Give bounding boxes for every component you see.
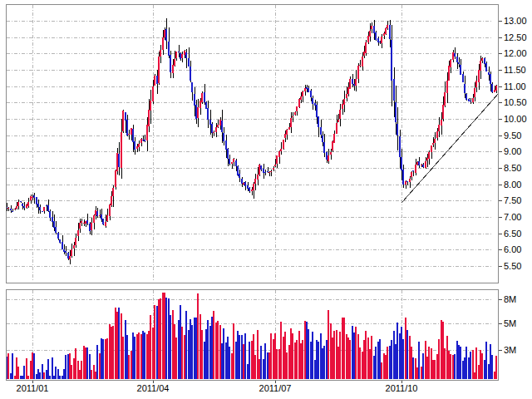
volume-bar	[381, 362, 382, 379]
candle-body	[458, 62, 460, 64]
volume-bar	[207, 320, 209, 379]
volume-bar	[330, 323, 332, 379]
volume-bar	[170, 315, 171, 379]
candle-body	[478, 70, 480, 82]
volume-bar	[65, 355, 66, 379]
candle-body	[267, 171, 268, 172]
volume-bar	[96, 345, 98, 379]
candle-body	[369, 31, 371, 37]
candle-body	[237, 166, 239, 175]
volume-bar	[377, 342, 379, 379]
candle-body	[73, 245, 75, 249]
volume-bar	[280, 322, 282, 379]
price-axis-label: 6.50	[504, 229, 521, 239]
volume-bar	[375, 347, 377, 379]
candle-body	[190, 66, 191, 81]
volume-bar	[369, 349, 371, 379]
candlestick-volume-chart: 13.0012.5012.0011.5011.0010.5010.009.509…	[0, 0, 532, 399]
volume-bar	[165, 298, 167, 380]
candle-body	[454, 53, 456, 57]
candle-body	[95, 210, 96, 215]
volume-bar	[472, 350, 474, 379]
volume-bar	[373, 356, 375, 379]
candle-body	[284, 134, 286, 138]
price-axis-label: 8.50	[504, 163, 521, 173]
candle-body	[201, 93, 203, 102]
candle-body	[472, 98, 474, 102]
candle-body	[170, 55, 171, 72]
volume-bar	[20, 376, 22, 379]
candle-body	[32, 197, 33, 198]
candle-body	[52, 217, 53, 222]
candle-body	[211, 124, 213, 133]
price-axis-label: 5.50	[504, 261, 521, 271]
candle-body	[411, 172, 412, 177]
volume-bar	[128, 355, 130, 380]
volume-bar	[156, 306, 158, 380]
candle-body	[136, 146, 138, 150]
volume-bar	[332, 337, 333, 379]
candle-body	[175, 52, 177, 58]
candle-body	[385, 28, 387, 34]
price-axis-label: 12.00	[504, 48, 527, 58]
candle-body	[128, 134, 130, 135]
volume-bar	[468, 357, 470, 379]
candle-body	[257, 175, 259, 180]
volume-bar	[75, 348, 76, 379]
candle-body	[57, 233, 59, 239]
candle-body	[142, 140, 144, 141]
volume-bar	[387, 347, 388, 379]
candle-body	[109, 204, 111, 216]
candle-body	[215, 127, 217, 132]
candle-body	[402, 170, 404, 185]
volume-bar	[81, 361, 82, 379]
volume-bar	[85, 347, 86, 379]
volume-bar	[142, 331, 144, 379]
price-axis-label: 9.00	[504, 146, 521, 156]
price-axis-label: 7.00	[504, 212, 521, 222]
volume-bar	[95, 372, 96, 379]
candle-body	[115, 170, 116, 187]
candle-body	[323, 142, 325, 154]
volume-bar	[33, 353, 35, 379]
volume-bar	[416, 367, 418, 379]
candle-body	[373, 26, 375, 33]
candle-body	[247, 185, 249, 190]
candle-body	[401, 157, 402, 170]
volume-bar	[389, 346, 391, 379]
candle-body	[283, 140, 284, 149]
volume-bar	[294, 342, 296, 379]
volume-bar	[131, 351, 132, 379]
volume-bar	[67, 354, 69, 379]
candle-body	[332, 141, 333, 150]
volume-bar	[109, 324, 111, 379]
volume-bar	[168, 298, 170, 379]
candle-body	[91, 223, 92, 230]
volume-bar	[428, 347, 430, 379]
candle-body	[444, 92, 446, 106]
volume-bar	[353, 332, 355, 380]
candle-body	[276, 155, 278, 164]
candle-body	[105, 222, 106, 225]
volume-bar	[197, 293, 199, 379]
candle-body	[26, 204, 27, 208]
candle-body	[164, 30, 165, 37]
volume-bar	[99, 353, 101, 379]
volume-bar	[57, 369, 59, 379]
volume-bar	[491, 355, 493, 380]
candle-body	[46, 205, 47, 206]
volume-bar	[475, 347, 477, 379]
volume-bar	[227, 337, 229, 379]
candle-body	[389, 25, 391, 39]
date-axis-label: 2011/07	[259, 383, 292, 393]
volume-bar	[363, 340, 365, 379]
price-axis-label: 11.50	[504, 65, 526, 75]
date-axis-label: 2011/10	[386, 383, 418, 393]
candle-body	[197, 107, 199, 118]
volume-bar	[126, 335, 128, 380]
volume-bar	[355, 327, 357, 379]
candle-body	[464, 84, 466, 93]
volume-bar	[346, 334, 347, 379]
candle-body	[397, 124, 398, 135]
candle-body	[304, 88, 306, 91]
